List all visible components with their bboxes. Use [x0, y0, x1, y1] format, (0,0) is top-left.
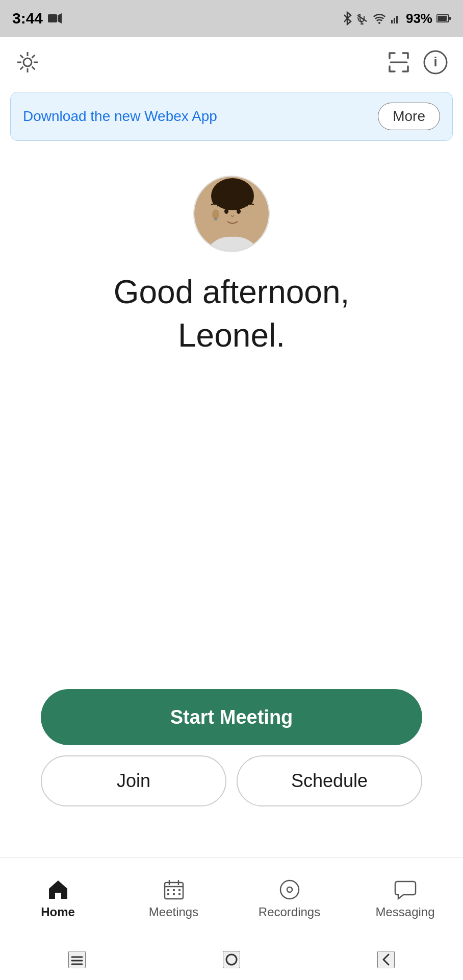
- messaging-icon: [394, 878, 417, 901]
- recent-apps-button[interactable]: [68, 951, 86, 968]
- nav-item-recordings[interactable]: Recordings: [232, 878, 347, 919]
- system-nav: [0, 939, 463, 980]
- battery-icon: [436, 14, 451, 23]
- svg-point-2: [378, 22, 380, 24]
- bottom-nav: Home Meetings: [0, 857, 463, 939]
- battery-text: 93%: [406, 11, 432, 27]
- status-time: 3:44: [12, 10, 43, 27]
- svg-rect-0: [48, 14, 57, 22]
- greeting-line2: Leonel.: [114, 316, 350, 355]
- nav-item-meetings[interactable]: Meetings: [116, 878, 232, 919]
- svg-rect-9: [449, 17, 451, 20]
- avatar: [193, 176, 270, 252]
- svg-line-17: [32, 55, 35, 58]
- svg-rect-5: [396, 16, 398, 23]
- svg-rect-38: [173, 889, 175, 891]
- svg-rect-4: [394, 18, 395, 23]
- svg-line-15: [20, 55, 23, 58]
- action-buttons: Start Meeting Join Schedule: [0, 689, 463, 806]
- status-right: 93%: [343, 11, 451, 27]
- settings-button[interactable]: [14, 49, 41, 76]
- download-banner: Download the new Webex App More: [10, 92, 453, 141]
- meetings-icon: [163, 878, 185, 901]
- svg-marker-1: [58, 13, 62, 23]
- svg-rect-40: [167, 893, 169, 895]
- svg-line-16: [32, 67, 35, 70]
- home-system-button[interactable]: [223, 951, 240, 968]
- info-button[interactable]: i: [422, 49, 449, 76]
- svg-point-10: [23, 58, 32, 66]
- start-meeting-button[interactable]: Start Meeting: [41, 689, 422, 745]
- nav-item-messaging[interactable]: Messaging: [347, 878, 463, 919]
- status-left: 3:44: [12, 10, 62, 27]
- svg-rect-6: [399, 14, 400, 23]
- banner-text: Download the new Webex App: [23, 108, 217, 125]
- svg-text:i: i: [433, 54, 437, 69]
- join-button[interactable]: Join: [41, 755, 226, 806]
- wifi-icon: [372, 13, 387, 24]
- nav-label-meetings: Meetings: [149, 905, 198, 919]
- bluetooth-icon: [343, 11, 352, 26]
- header: i: [0, 37, 463, 88]
- nav-item-home[interactable]: Home: [0, 878, 116, 919]
- status-bar: 3:44 93%: [0, 0, 463, 37]
- back-button[interactable]: [377, 951, 395, 968]
- svg-rect-37: [167, 889, 169, 891]
- video-status-icon: [48, 13, 62, 24]
- mute-icon: [356, 12, 368, 24]
- svg-rect-8: [438, 16, 447, 21]
- nav-label-messaging: Messaging: [375, 905, 434, 919]
- scan-button[interactable]: [385, 49, 412, 76]
- greeting-line1: Good afternoon,: [114, 273, 350, 312]
- more-button[interactable]: More: [378, 103, 440, 130]
- svg-point-43: [280, 880, 299, 899]
- svg-point-30: [214, 217, 217, 220]
- schedule-button[interactable]: Schedule: [237, 755, 422, 806]
- svg-rect-39: [178, 889, 181, 891]
- nav-label-home: Home: [41, 905, 75, 919]
- svg-point-44: [287, 887, 292, 892]
- main-content: Good afternoon, Leonel.: [0, 145, 463, 359]
- svg-rect-42: [178, 893, 181, 895]
- secondary-buttons: Join Schedule: [41, 755, 422, 806]
- recordings-icon: [278, 878, 301, 901]
- svg-line-18: [20, 67, 23, 70]
- svg-rect-41: [173, 893, 175, 895]
- svg-point-32: [212, 182, 253, 210]
- svg-rect-3: [391, 20, 393, 23]
- svg-rect-48: [226, 954, 237, 965]
- header-right: i: [385, 49, 449, 76]
- home-icon: [47, 878, 69, 901]
- greeting-container: Good afternoon, Leonel.: [114, 273, 350, 359]
- signal-icon: [391, 13, 402, 24]
- nav-label-recordings: Recordings: [259, 905, 320, 919]
